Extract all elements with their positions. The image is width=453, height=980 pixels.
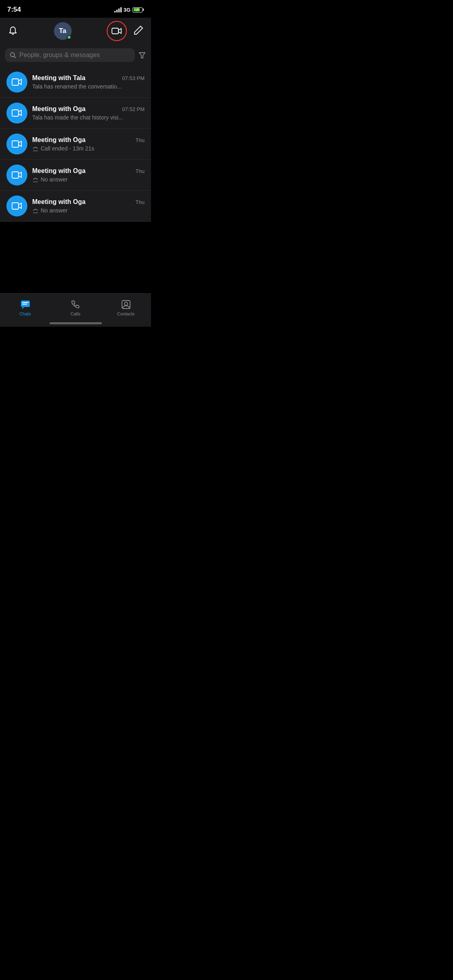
chat-content: Meeting with Oga Thu No answer xyxy=(32,198,145,214)
video-call-button[interactable] xyxy=(107,21,127,41)
chats-tab-label: Chats xyxy=(19,311,31,316)
chat-item[interactable]: Meeting with Tala 07:53 PM Tala has rena… xyxy=(0,67,151,98)
tab-chats[interactable]: Chats xyxy=(0,294,50,319)
svg-rect-0 xyxy=(112,28,118,34)
chat-content: Meeting with Oga Thu No answer xyxy=(32,167,145,183)
chat-content: Meeting with Tala 07:53 PM Tala has rena… xyxy=(32,74,145,90)
chat-item[interactable]: Meeting with Oga Thu Call ended - 13m 21… xyxy=(0,129,151,160)
chat-preview: No answer xyxy=(32,176,145,183)
chat-name: Meeting with Tala xyxy=(32,74,85,82)
no-answer-icon xyxy=(32,207,39,214)
chat-avatar xyxy=(6,72,27,93)
svg-marker-3 xyxy=(139,53,145,58)
chat-content: Meeting with Oga Thu Call ended - 13m 21… xyxy=(32,136,145,152)
tab-contacts[interactable]: Contacts xyxy=(101,294,151,319)
header-left xyxy=(7,25,19,37)
chat-item[interactable]: Meeting with Oga Thu No answer xyxy=(0,160,151,191)
svg-rect-12 xyxy=(21,301,30,307)
tab-bar: Chats Calls Contacts xyxy=(0,293,151,327)
tab-calls[interactable]: Calls xyxy=(50,294,101,319)
svg-rect-4 xyxy=(12,79,19,85)
chat-time: 07:52 PM xyxy=(122,106,145,112)
video-camera-icon xyxy=(12,108,22,118)
chat-avatar xyxy=(6,165,27,185)
search-bar-container xyxy=(0,47,151,67)
svg-line-2 xyxy=(14,56,16,58)
chat-preview: No answer xyxy=(32,207,145,214)
header: Ta xyxy=(0,18,151,47)
compose-icon xyxy=(133,25,144,35)
no-answer-icon xyxy=(32,176,39,183)
chat-preview: Tala has renamed the conversatio... xyxy=(32,83,145,90)
battery-icon: ⚡ xyxy=(132,7,144,12)
chat-avatar xyxy=(6,134,27,154)
contacts-tab-label: Contacts xyxy=(117,311,134,316)
chat-time: 07:53 PM xyxy=(122,75,145,81)
status-time: 7:54 xyxy=(7,6,21,14)
video-camera-icon xyxy=(12,170,22,180)
notifications-icon[interactable] xyxy=(7,25,19,37)
home-indicator xyxy=(50,322,102,324)
chat-name: Meeting with Oga xyxy=(32,105,85,113)
call-ended-icon xyxy=(32,145,39,152)
svg-point-1 xyxy=(10,53,14,57)
video-camera-icon xyxy=(112,27,122,35)
svg-rect-10 xyxy=(12,203,19,209)
chat-preview: Tala has made the chat history visi... xyxy=(32,114,145,121)
online-indicator xyxy=(67,35,71,39)
chat-item[interactable]: Meeting with Oga Thu No answer xyxy=(0,191,151,222)
chat-time: Thu xyxy=(136,137,145,143)
contacts-tab-icon xyxy=(121,299,131,310)
header-right xyxy=(107,21,144,41)
chat-avatar xyxy=(6,196,27,216)
compose-button[interactable] xyxy=(133,25,144,37)
video-camera-icon xyxy=(12,201,22,211)
video-camera-icon xyxy=(12,139,22,149)
svg-rect-5 xyxy=(12,110,19,116)
network-type: 3G xyxy=(124,7,130,13)
svg-rect-6 xyxy=(12,141,19,147)
search-input[interactable] xyxy=(19,51,130,59)
status-bar: 7:54 3G ⚡ xyxy=(0,0,151,18)
search-icon xyxy=(10,52,16,58)
chat-item[interactable]: Meeting with Oga 07:52 PM Tala has made … xyxy=(0,98,151,129)
chats-tab-icon xyxy=(20,299,31,310)
chat-content: Meeting with Oga 07:52 PM Tala has made … xyxy=(32,105,145,121)
signal-bars-icon xyxy=(114,7,122,12)
calls-tab-icon xyxy=(70,299,81,310)
video-camera-icon xyxy=(12,77,22,87)
svg-point-16 xyxy=(124,302,128,305)
chat-time: Thu xyxy=(136,168,145,174)
svg-rect-8 xyxy=(12,172,19,178)
calls-tab-label: Calls xyxy=(70,311,80,316)
filter-icon[interactable] xyxy=(138,51,146,59)
chat-name: Meeting with Oga xyxy=(32,136,85,144)
user-avatar[interactable]: Ta xyxy=(54,22,72,40)
chat-avatar xyxy=(6,103,27,124)
chat-preview: Call ended - 13m 21s xyxy=(32,145,145,152)
status-icons: 3G ⚡ xyxy=(114,7,144,13)
chat-name: Meeting with Oga xyxy=(32,167,85,175)
search-wrapper[interactable] xyxy=(5,48,135,62)
chat-time: Thu xyxy=(136,199,145,205)
chat-name: Meeting with Oga xyxy=(32,198,85,206)
chat-list: Meeting with Tala 07:53 PM Tala has rena… xyxy=(0,67,151,222)
